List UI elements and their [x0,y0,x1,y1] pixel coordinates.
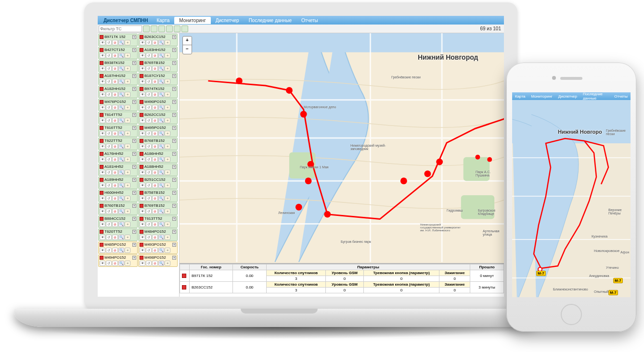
zoom-icon[interactable]: 🔍 [158,40,164,45]
vehicle-card[interactable]: Т616ТТ52×👁↺⊘🔍≡ [98,125,138,137]
zoom-icon[interactable]: 🔍 [118,235,124,240]
route-icon[interactable]: ↺ [106,248,112,253]
close-icon[interactable]: × [172,113,176,117]
eye-icon[interactable]: 👁 [100,40,105,45]
eye-icon[interactable]: 👁 [100,261,105,266]
cancel-icon[interactable]: ⊘ [152,248,158,253]
route-icon[interactable]: ↺ [146,92,152,97]
zoom-icon[interactable]: 🔍 [158,92,164,97]
cancel-icon[interactable]: ⊘ [152,79,158,84]
list-icon[interactable]: ≡ [125,235,130,240]
eye-icon[interactable]: 👁 [140,157,145,162]
close-icon[interactable]: × [172,204,176,208]
close-icon[interactable]: × [132,35,136,39]
cancel-icon[interactable]: ⊘ [152,40,158,45]
list-icon[interactable]: ≡ [165,53,170,58]
eye-icon[interactable]: 👁 [100,222,105,227]
cancel-icon[interactable]: ⊘ [112,92,118,97]
close-icon[interactable]: × [132,100,136,104]
cancel-icon[interactable]: ⊘ [152,183,158,188]
zoom-icon[interactable]: 🔍 [118,40,124,45]
list-icon[interactable]: ≡ [165,131,170,136]
eye-icon[interactable]: 👁 [140,196,145,201]
tab-reports[interactable]: Отчеты [296,17,323,24]
list-icon[interactable]: ≡ [165,79,170,84]
phone-home-button[interactable] [561,304,582,325]
phone-tab-map[interactable]: Карта [512,93,528,100]
list-icon[interactable]: ≡ [125,144,130,149]
eye-icon[interactable]: 👁 [100,131,105,136]
list-icon[interactable]: ≡ [125,131,130,136]
vehicle-card[interactable]: А176НН52×👁↺⊘🔍≡ [98,151,138,163]
list-icon[interactable]: ≡ [125,170,130,175]
zoom-icon[interactable]: 🔍 [158,157,164,162]
close-icon[interactable]: × [132,61,136,65]
route-icon[interactable]: ↺ [106,144,112,149]
close-icon[interactable]: × [172,230,176,234]
cancel-icon[interactable]: ⊘ [152,157,158,162]
vehicle-card[interactable]: Т620ТТ52×👁↺⊘🔍≡ [98,228,138,241]
vehicle-card[interactable]: А187НН152×👁↺⊘🔍≡ [98,73,138,85]
vehicle-card[interactable]: Н600НН52×👁↺⊘🔍≡ [98,189,138,202]
route-icon[interactable]: ↺ [106,40,112,45]
eye-icon[interactable]: 👁 [140,131,145,136]
close-icon[interactable]: × [132,191,136,195]
close-icon[interactable]: × [172,152,176,156]
eye-icon[interactable]: 👁 [140,66,145,71]
vehicle-card[interactable]: А182НН152×👁↺⊘🔍≡ [98,86,138,98]
route-icon[interactable]: ↺ [146,131,152,136]
zoom-icon[interactable]: 🔍 [118,92,124,97]
close-icon[interactable]: × [132,126,136,130]
close-icon[interactable]: × [172,256,176,260]
route-icon[interactable]: ↺ [146,66,152,71]
cancel-icon[interactable]: ⊘ [152,53,158,58]
list-icon[interactable]: ≡ [165,261,170,266]
route-icon[interactable]: ↺ [106,131,112,136]
close-icon[interactable]: × [132,113,136,117]
cancel-icon[interactable]: ⊘ [112,144,118,149]
route-icon[interactable]: ↺ [106,92,112,97]
toolbar-icon-1[interactable] [143,25,150,32]
close-icon[interactable]: × [132,256,136,260]
close-icon[interactable]: × [132,139,136,143]
tab-lastdata[interactable]: Последние данные [244,17,296,24]
route-icon[interactable]: ↺ [146,144,152,149]
zoom-icon[interactable]: 🔍 [158,183,164,188]
vehicle-card[interactable]: В884СС152×👁↺⊘🔍≡ [98,215,138,228]
close-icon[interactable]: × [172,165,176,169]
zoom-icon[interactable]: 🔍 [118,222,124,227]
vehicle-card[interactable]: М490РО152×👁↺⊘🔍≡ [138,99,178,111]
toolbar-icon-3[interactable] [158,25,165,32]
vehicle-card[interactable]: Т622ТТ52×👁↺⊘🔍≡ [98,138,138,150]
close-icon[interactable]: × [132,87,136,91]
vehicle-card[interactable]: М476РО152×👁↺⊘🔍≡ [98,99,138,111]
route-icon[interactable]: ↺ [106,235,112,240]
zoom-icon[interactable]: 🔍 [158,222,164,227]
list-icon[interactable]: ≡ [125,92,130,97]
tab-map[interactable]: Карта [152,17,175,24]
eye-icon[interactable]: 👁 [140,53,145,58]
eye-icon[interactable]: 👁 [100,235,105,240]
list-icon[interactable]: ≡ [165,196,170,201]
list-icon[interactable]: ≡ [165,209,170,214]
zoom-icon[interactable]: 🔍 [118,118,124,123]
eye-icon[interactable]: 👁 [100,79,105,84]
list-icon[interactable]: ≡ [125,209,130,214]
list-icon[interactable]: ≡ [125,157,130,162]
cancel-icon[interactable]: ⊘ [152,66,158,71]
close-icon[interactable]: × [172,61,176,65]
vehicle-card[interactable]: М493РО152×👁↺⊘🔍≡ [138,241,178,254]
vehicle-card[interactable]: В938ТК152×👁↺⊘🔍≡ [98,60,138,72]
zoom-icon[interactable]: 🔍 [158,261,164,266]
zoom-icon[interactable]: 🔍 [158,79,164,84]
list-icon[interactable]: ≡ [125,222,130,227]
zoom-icon[interactable]: 🔍 [158,144,164,149]
eye-icon[interactable]: 👁 [140,170,145,175]
route-icon[interactable]: ↺ [106,209,112,214]
cancel-icon[interactable]: ⊘ [152,261,158,266]
list-icon[interactable]: ≡ [165,105,170,110]
zoom-icon[interactable]: 🔍 [158,105,164,110]
close-icon[interactable]: × [132,165,136,169]
route-icon[interactable]: ↺ [106,66,112,71]
zoom-icon[interactable]: 🔍 [158,131,164,136]
